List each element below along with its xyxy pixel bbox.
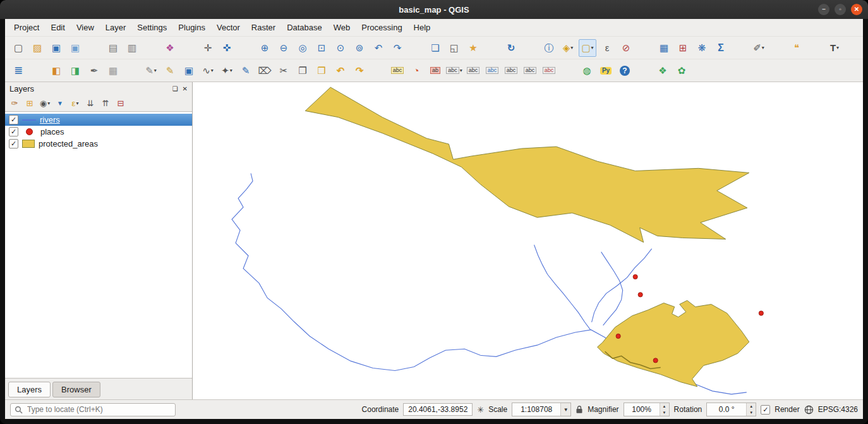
filter-legend-icon[interactable]: ▼: [53, 97, 67, 110]
change-label-icon[interactable]: abc: [541, 63, 557, 79]
lock-scale-icon[interactable]: [576, 405, 583, 414]
zoom-last-icon[interactable]: ↶: [370, 40, 387, 56]
render-checkbox[interactable]: ✓: [761, 405, 770, 415]
chevron-down-icon[interactable]: ▼: [560, 403, 570, 416]
add-feature-icon[interactable]: ∿▾: [200, 63, 216, 79]
style-manager-icon[interactable]: ❖: [162, 40, 178, 56]
zoom-native-icon[interactable]: ◎: [294, 40, 311, 56]
menu-web[interactable]: Web: [328, 20, 356, 35]
magnifier-spinbox[interactable]: ▲▼: [624, 403, 670, 416]
refresh-map-icon[interactable]: ↻: [503, 40, 519, 56]
manage-map-themes-icon[interactable]: ◉▾: [38, 97, 52, 110]
measure-icon[interactable]: ✐▾: [750, 40, 767, 56]
zoom-out-icon[interactable]: ⊖: [275, 40, 292, 56]
layer-item-protected-areas[interactable]: ✓ protected_areas: [5, 138, 192, 150]
delete-selected-icon[interactable]: ⌦: [256, 63, 273, 79]
text-annotation-icon[interactable]: T▾: [826, 40, 843, 56]
zoom-next-icon[interactable]: ↷: [389, 40, 406, 56]
menu-edit[interactable]: Edit: [45, 20, 70, 35]
metasearch-icon[interactable]: ◍: [579, 63, 595, 79]
layer-labeling-icon[interactable]: abc: [389, 63, 406, 79]
remove-layer-icon[interactable]: ⊟: [114, 97, 128, 110]
expand-all-icon[interactable]: ⇊: [83, 97, 97, 110]
menu-database[interactable]: Database: [281, 20, 328, 35]
python-console-icon[interactable]: Py: [598, 63, 614, 79]
maximize-button[interactable]: ▫: [835, 4, 846, 15]
menu-view[interactable]: View: [71, 20, 100, 35]
save-project-as-icon[interactable]: ▣: [67, 40, 83, 56]
menu-help[interactable]: Help: [408, 20, 437, 35]
menu-project[interactable]: Project: [8, 20, 45, 35]
pan-map-icon[interactable]: ✛: [200, 40, 216, 56]
modify-attributes-icon[interactable]: ✎: [238, 63, 254, 79]
show-hidden-labels-icon[interactable]: abc: [484, 63, 500, 79]
menu-processing[interactable]: Processing: [356, 20, 407, 35]
crs-globe-icon[interactable]: [804, 405, 814, 415]
panel-float-icon[interactable]: ❏: [172, 85, 178, 92]
toggle-editing-icon[interactable]: ✎: [162, 63, 178, 79]
show-layout-manager-icon[interactable]: ▥: [124, 40, 140, 56]
collapse-all-icon[interactable]: ⇈: [99, 97, 112, 110]
new-print-layout-icon[interactable]: ▤: [105, 40, 121, 56]
locator-search[interactable]: [10, 403, 176, 416]
add-group-icon[interactable]: ⊞: [23, 97, 37, 110]
magnifier-input[interactable]: [624, 403, 660, 416]
layer-item-places[interactable]: ✓ places: [5, 126, 192, 138]
scale-combo[interactable]: ▼: [512, 403, 571, 416]
run-feature-action-icon[interactable]: ◈▾: [560, 40, 576, 56]
layer-item-rivers[interactable]: ✓ rivers: [5, 114, 192, 126]
new-map-view-icon[interactable]: ❏: [427, 40, 443, 56]
field-calculator-icon[interactable]: ⊞: [675, 40, 691, 56]
zoom-in-icon[interactable]: ⊕: [256, 40, 273, 56]
undo-icon[interactable]: ↶: [332, 63, 349, 79]
layer-visibility-checkbox[interactable]: ✓: [9, 115, 18, 124]
rotation-input[interactable]: [707, 403, 746, 416]
identify-features-icon[interactable]: ⓘ: [541, 40, 557, 56]
paste-features-icon[interactable]: ❒: [313, 63, 330, 79]
select-by-expression-icon[interactable]: ε: [599, 40, 615, 56]
layer-visibility-checkbox[interactable]: ✓: [9, 139, 18, 148]
redo-icon[interactable]: ↷: [351, 63, 368, 79]
rotate-label-icon[interactable]: abc: [522, 63, 538, 79]
new-temporary-scratch-layer-icon[interactable]: ▦: [105, 63, 121, 79]
show-bookmarks-icon[interactable]: ★: [465, 40, 481, 56]
add-vector-layer-icon[interactable]: ◧: [48, 63, 64, 79]
panel-close-icon[interactable]: ✕: [183, 85, 188, 92]
locator-input[interactable]: [26, 404, 171, 415]
select-features-icon[interactable]: ▢▾: [579, 39, 596, 57]
current-edits-icon[interactable]: ✎▾: [143, 63, 159, 79]
zoom-to-layer-icon[interactable]: ⊚: [351, 40, 368, 56]
labeling-single-icon[interactable]: ab: [427, 63, 443, 79]
new-3d-map-view-icon[interactable]: ◱: [446, 40, 462, 56]
menu-raster[interactable]: Raster: [246, 20, 281, 35]
filter-by-expression-icon[interactable]: ε▾: [68, 97, 82, 110]
grass-tools-icon[interactable]: ✿: [673, 63, 690, 79]
tab-layers[interactable]: Layers: [8, 382, 51, 397]
layer-diagram-icon[interactable]: ◔: [408, 63, 425, 79]
open-attribute-table-icon[interactable]: ▦: [656, 40, 672, 56]
new-project-icon[interactable]: ▢: [10, 40, 27, 56]
close-button[interactable]: ✕: [851, 4, 862, 15]
rotation-spinbox[interactable]: ▲▼: [706, 403, 756, 416]
menu-vector[interactable]: Vector: [211, 20, 246, 35]
zoom-full-icon[interactable]: ⊡: [313, 40, 330, 56]
open-project-icon[interactable]: ▨: [29, 40, 45, 56]
zoom-to-selection-icon[interactable]: ⊙: [332, 40, 349, 56]
new-geopackage-layer-icon[interactable]: ◨: [67, 63, 83, 79]
save-layer-edits-icon[interactable]: ▣: [181, 63, 197, 79]
vertex-tool-icon[interactable]: ✦▾: [219, 63, 235, 79]
map-canvas[interactable]: [193, 82, 863, 399]
processing-toolbox-icon[interactable]: ❋: [694, 40, 710, 56]
menu-layer[interactable]: Layer: [100, 20, 132, 35]
open-layer-styling-icon[interactable]: ✑: [8, 97, 21, 110]
coordinate-input[interactable]: [403, 403, 473, 416]
cut-features-icon[interactable]: ✂: [275, 63, 292, 79]
tab-browser[interactable]: Browser: [52, 382, 100, 397]
menu-plugins[interactable]: Plugins: [172, 20, 211, 35]
statistical-summary-icon[interactable]: Σ: [713, 40, 729, 56]
move-label-icon[interactable]: abc: [503, 63, 519, 79]
new-shapefile-layer-icon[interactable]: ✒: [86, 63, 102, 79]
toggle-extents-icon[interactable]: ✳: [477, 405, 484, 415]
menu-settings[interactable]: Settings: [131, 20, 172, 35]
save-project-icon[interactable]: ▣: [48, 40, 64, 56]
